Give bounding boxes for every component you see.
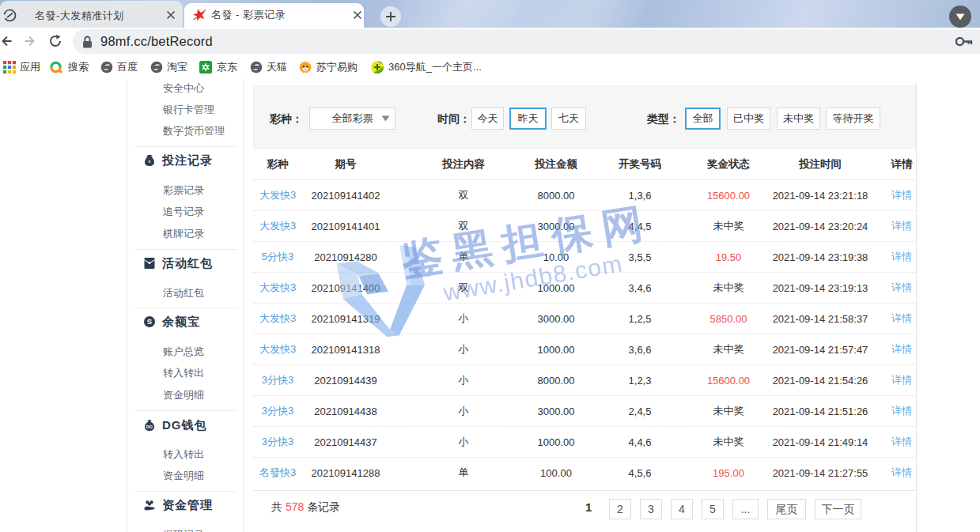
svg-text:DG: DG	[146, 424, 153, 429]
svg-text:S: S	[147, 317, 152, 326]
